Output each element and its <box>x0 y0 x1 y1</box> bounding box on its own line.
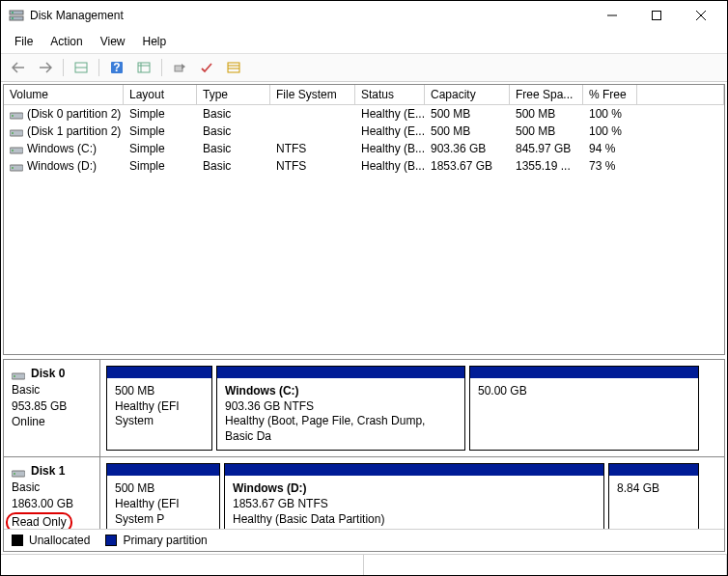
partition-color-bar <box>470 367 698 378</box>
legend-primary: Primary partition <box>105 534 207 547</box>
partition[interactable]: 500 MBHealthy (EFI System <box>106 366 212 451</box>
volume-pct: 94 % <box>583 141 637 156</box>
partition-container: 500 MBHealthy (EFI SystemWindows (C:)903… <box>100 360 724 456</box>
view-split-button[interactable] <box>70 57 93 78</box>
toolbar-separator <box>63 59 64 76</box>
disk-size: 953.85 GB <box>12 398 92 415</box>
titlebar[interactable]: Disk Management <box>1 1 727 30</box>
svg-point-30 <box>14 473 15 475</box>
help-button[interactable]: ? <box>105 57 128 78</box>
disk-info[interactable]: Disk 0Basic953.85 GBOnline <box>4 360 100 456</box>
volume-fs <box>270 123 355 139</box>
legend: Unallocated Primary partition <box>4 529 724 551</box>
window-title: Disk Management <box>30 9 590 22</box>
disk-management-window: Disk Management File Action View Help ? … <box>0 0 728 576</box>
disk-scroll-area[interactable]: Disk 0Basic953.85 GBOnline500 MBHealthy … <box>4 360 724 529</box>
minimize-button[interactable] <box>590 1 634 30</box>
settings-button[interactable] <box>132 57 155 78</box>
volume-row[interactable]: (Disk 1 partition 2)SimpleBasicHealthy (… <box>4 123 724 140</box>
disk-type: Basic <box>12 480 92 496</box>
partition[interactable]: 50.00 GB <box>469 366 699 451</box>
column-free[interactable]: Free Spa... <box>510 85 583 104</box>
volume-capacity: 500 MB <box>425 106 510 122</box>
volume-free: 500 MB <box>510 106 583 122</box>
menu-action[interactable]: Action <box>42 32 90 51</box>
volume-type: Basic <box>197 158 270 174</box>
disk-info[interactable]: Disk 1Basic1863.00 GBRead Only <box>4 457 100 529</box>
volume-pct: 73 % <box>583 158 637 174</box>
app-icon <box>9 8 24 23</box>
column-pctfree[interactable]: % Free <box>583 85 637 104</box>
disk-icon <box>10 162 23 172</box>
volume-row[interactable]: (Disk 0 partition 2)SimpleBasicHealthy (… <box>4 105 724 123</box>
svg-point-20 <box>12 115 14 117</box>
menu-help[interactable]: Help <box>135 32 175 51</box>
partition-status: Healthy (EFI System <box>115 399 204 429</box>
disk-row: Disk 1Basic1863.00 GBRead Only500 MBHeal… <box>4 457 724 529</box>
partition-container: 500 MBHealthy (EFI System PWindows (D:)1… <box>100 457 724 529</box>
toolbar-separator <box>98 59 99 76</box>
forward-button[interactable] <box>34 57 57 78</box>
toolbar: ? <box>1 53 727 82</box>
svg-rect-12 <box>138 63 150 72</box>
column-spacer <box>637 85 724 104</box>
svg-point-24 <box>12 150 14 151</box>
volume-fs <box>270 106 355 122</box>
volume-status: Healthy (E... <box>355 123 425 139</box>
volume-row[interactable]: Windows (C:)SimpleBasicNTFSHealthy (B...… <box>4 140 724 157</box>
back-button[interactable] <box>7 57 30 78</box>
legend-label-primary: Primary partition <box>123 534 207 547</box>
column-type[interactable]: Type <box>197 85 270 104</box>
volume-list-body[interactable]: (Disk 0 partition 2)SimpleBasicHealthy (… <box>4 105 724 175</box>
partition[interactable]: Windows (C:)903.36 GB NTFSHealthy (Boot,… <box>216 366 465 451</box>
volume-layout: Simple <box>124 106 197 122</box>
partition-color-bar <box>107 464 219 476</box>
partition[interactable]: 500 MBHealthy (EFI System P <box>106 463 220 529</box>
partition[interactable]: Windows (D:)1853.67 GB NTFSHealthy (Basi… <box>224 463 604 529</box>
disk-size: 1863.00 GB <box>12 496 92 512</box>
status-cell <box>364 555 727 575</box>
partition-body: Windows (C:)903.36 GB NTFSHealthy (Boot,… <box>217 378 464 450</box>
volume-row[interactable]: Windows (D:)SimpleBasicNTFSHealthy (B...… <box>4 157 724 175</box>
column-status[interactable]: Status <box>355 85 425 104</box>
volume-name: Windows (C:) <box>4 141 124 156</box>
disk-state: Read Only <box>12 512 92 529</box>
list-button[interactable] <box>222 57 245 78</box>
menubar: File Action View Help <box>1 30 727 53</box>
volume-name: (Disk 0 partition 2) <box>4 106 124 122</box>
volume-type: Basic <box>197 123 270 139</box>
partition-status: Healthy (Boot, Page File, Crash Dump, Ba… <box>225 414 457 444</box>
partition-body: 500 MBHealthy (EFI System <box>107 378 211 435</box>
partition[interactable]: 8.84 GB <box>608 463 699 529</box>
column-layout[interactable]: Layout <box>124 85 197 104</box>
volume-capacity: 500 MB <box>425 123 510 139</box>
column-filesystem[interactable]: File System <box>270 85 355 104</box>
disk-icon <box>10 145 23 154</box>
maximize-button[interactable] <box>634 1 679 30</box>
partition-name: Windows (C:) <box>225 384 457 399</box>
svg-rect-15 <box>175 66 182 71</box>
disk-name: Disk 1 <box>12 463 92 480</box>
svg-point-22 <box>12 132 14 134</box>
volume-type: Basic <box>197 141 270 156</box>
partition-size: 50.00 GB <box>478 384 690 399</box>
svg-point-3 <box>12 17 14 19</box>
readonly-highlight: Read Only <box>6 512 72 529</box>
status-cell <box>1 555 364 575</box>
menu-view[interactable]: View <box>93 32 133 51</box>
apply-button[interactable] <box>195 57 218 78</box>
svg-point-2 <box>12 12 14 14</box>
volume-status: Healthy (B... <box>355 158 425 174</box>
volume-free: 845.97 GB <box>510 141 583 156</box>
close-button[interactable] <box>679 1 723 30</box>
column-capacity[interactable]: Capacity <box>425 85 510 104</box>
toolbar-separator <box>161 59 162 76</box>
menu-file[interactable]: File <box>7 32 41 51</box>
volume-layout: Simple <box>124 158 197 174</box>
refresh-button[interactable] <box>168 57 191 78</box>
volume-list-pane[interactable]: Volume Layout Type File System Status Ca… <box>3 84 725 355</box>
partition-name: Windows (D:) <box>233 481 596 497</box>
svg-rect-5 <box>653 12 661 20</box>
column-volume[interactable]: Volume <box>4 85 124 104</box>
partition-color-bar <box>609 464 698 476</box>
